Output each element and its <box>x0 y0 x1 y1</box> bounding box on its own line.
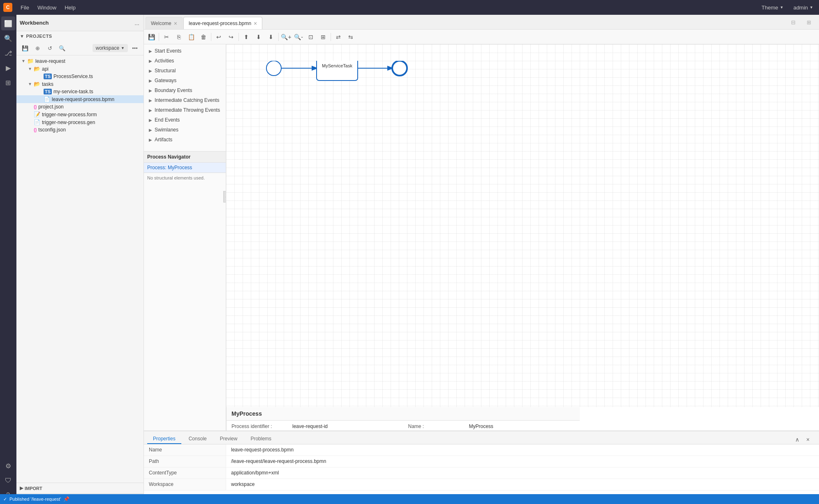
menu-bar: File Window Help <box>17 4 79 12</box>
save-tool[interactable]: 💾 <box>146 31 157 43</box>
search-project-button[interactable]: 🔍 <box>57 43 67 53</box>
palette-end-events[interactable]: ▶ End Events <box>144 115 226 125</box>
bottom-prop-path: Path /leave-request/leave-request-proces… <box>144 456 819 467</box>
cut-tool[interactable]: ✂ <box>161 31 172 43</box>
workbench-title: Workbench <box>20 20 131 26</box>
expand-arrow-icon: ▶ <box>149 69 152 73</box>
theme-button[interactable]: Theme ▼ <box>759 4 786 12</box>
workbench-header: Workbench ... <box>16 15 143 31</box>
bottom-content: Name leave-request-process.bpmn Path /le… <box>144 444 819 494</box>
connect-tool[interactable]: ⇄ <box>333 31 344 43</box>
menu-file[interactable]: File <box>17 4 32 12</box>
bottom-prop-name: Name leave-request-process.bpmn <box>144 444 819 456</box>
toggle-sidebar-button[interactable]: ⊞ <box>802 15 816 29</box>
tree-item-gen[interactable]: 📄 trigger-new-process.gen <box>16 118 143 126</box>
zoom-out-tool[interactable]: 🔍- <box>293 31 304 43</box>
icon-bar-explorer[interactable]: ⬜ <box>1 16 15 30</box>
split-editor-button[interactable]: ⊟ <box>786 15 800 29</box>
tab-properties[interactable]: Properties <box>147 434 181 444</box>
expand-arrow-icon: ▶ <box>20 486 23 491</box>
projects-toolbar: 💾 ⊕ ↺ 🔍 workspace ▼ ••• <box>16 41 143 55</box>
status-bar: ✓ Published '/leave-request' 📌 <box>0 494 819 504</box>
palette-boundary-events[interactable]: ▶ Boundary Events <box>144 85 226 95</box>
toolbar-sep-2 <box>211 33 211 41</box>
process-navigator-item[interactable]: Process: MyProcess <box>144 163 226 173</box>
published-icon: ✓ <box>3 497 7 502</box>
icon-bar-settings[interactable]: ⚙ <box>1 459 15 473</box>
bottom-prop-workspace: Workspace workspace <box>144 479 819 490</box>
zoom-fit-tool[interactable]: ⊡ <box>305 31 317 43</box>
palette-artifacts[interactable]: ▶ Artifacts <box>144 135 226 145</box>
palette-swimlanes[interactable]: ▶ Swimlanes <box>144 125 226 135</box>
tab-bar: Welcome × leave-request-process.bpmn × ⊟… <box>144 15 819 30</box>
tab-preview[interactable]: Preview <box>214 434 243 444</box>
tab-console[interactable]: Console <box>183 434 213 444</box>
tab-welcome[interactable]: Welcome × <box>146 17 183 29</box>
export-xml-tool[interactable]: ⬇ <box>253 31 264 43</box>
tree-item-leave-request[interactable]: ▼ 📁 leave-request <box>16 57 143 65</box>
palette-intermediate-catching[interactable]: ▶ Intermediate Catching Events <box>144 95 226 105</box>
admin-button[interactable]: admin ▼ <box>791 4 816 12</box>
palette-gateways[interactable]: ▶ Gateways <box>144 76 226 85</box>
palette-collapse-button[interactable]: ‹ <box>223 191 226 203</box>
icon-bar-extensions[interactable]: ⊞ <box>1 76 15 90</box>
import-section[interactable]: ▶ IMPORT <box>16 483 143 493</box>
palette-intermediate-throwing[interactable]: ▶ Intermediate Throwing Events <box>144 105 226 115</box>
tab-bpmn[interactable]: leave-request-process.bpmn × <box>183 17 262 29</box>
status-text: Published '/leave-request' <box>9 497 61 502</box>
bottom-prop-contenttype: ContentType application/bpmn+xml <box>144 467 819 479</box>
expand-arrow-icon: ▶ <box>149 138 152 142</box>
close-bpmn-tab[interactable]: × <box>254 21 257 26</box>
app-logo: C <box>3 3 12 12</box>
tree-item-tasks[interactable]: ▼ 📂 tasks <box>16 80 143 88</box>
icon-bar-debug[interactable]: ▶ <box>1 61 15 75</box>
tree-item-bpmn[interactable]: 📄 leave-request-process.bpmn <box>16 95 143 103</box>
palette-activities[interactable]: ▶ Activities <box>144 56 226 66</box>
tree-item-api[interactable]: ▼ 📂 api <box>16 65 143 73</box>
zoom-in-tool[interactable]: 🔍+ <box>280 31 292 43</box>
more-options-icon[interactable]: ... <box>134 19 140 27</box>
paste-tool[interactable]: 📋 <box>185 31 197 43</box>
icon-bar-shield[interactable]: 🛡 <box>1 474 15 488</box>
refresh-project-button[interactable]: ↺ <box>44 43 55 53</box>
icon-bar-search[interactable]: 🔍 <box>1 31 15 45</box>
zoom-window-tool[interactable]: ⊞ <box>317 31 329 43</box>
tree-item-form[interactable]: 📝 trigger-new-process.form <box>16 110 143 118</box>
top-bar: C File Window Help Theme ▼ admin ▼ <box>0 0 819 15</box>
projects-section: ▼ PROJECTS 💾 ⊕ ↺ 🔍 workspace ▼ ••• ▼ <box>16 31 143 483</box>
menu-window[interactable]: Window <box>34 4 60 12</box>
expand-arrow-icon: ▶ <box>149 78 152 83</box>
copy-tool[interactable]: ⎘ <box>173 31 185 43</box>
palette-structural[interactable]: ▶ Structural <box>144 66 226 76</box>
tab-problems[interactable]: Problems <box>245 434 277 444</box>
relayout-tool[interactable]: ⇆ <box>345 31 356 43</box>
bpmn-toolbar: 💾 ✂ ⎘ 📋 🗑 ↩ ↪ ⬆ ⬇ ⬇ 🔍+ 🔍- ⊡ ⊞ ⇄ ⇆ <box>144 30 819 44</box>
tree-item-processservice[interactable]: TS ProcessService.ts <box>16 73 143 80</box>
workspace-selector[interactable]: workspace ▼ <box>93 44 128 52</box>
import-tool[interactable]: ⬆ <box>241 31 252 43</box>
panel-collapse-button[interactable]: ∧ <box>793 435 802 444</box>
export-svg-tool[interactable]: ⬇ <box>265 31 277 43</box>
menu-help[interactable]: Help <box>61 4 79 12</box>
bpmn-diagram: MyServiceTask ⚙ <box>259 61 506 163</box>
undo-tool[interactable]: ↩ <box>213 31 224 43</box>
palette-start-events[interactable]: ▶ Start Events <box>144 46 226 56</box>
bottom-panel: Properties Console Preview Problems ∧ × … <box>144 430 819 494</box>
panel-close-button[interactable]: × <box>803 435 812 444</box>
redo-tool[interactable]: ↪ <box>225 31 237 43</box>
delete-tool[interactable]: 🗑 <box>198 31 209 43</box>
process-navigator: Process Navigator Process: MyProcess No … <box>144 151 226 183</box>
add-project-button[interactable]: ⊕ <box>32 43 43 53</box>
file-tree: ▼ 📁 leave-request ▼ 📂 api TS ProcessSer <box>16 55 143 135</box>
save-project-button[interactable]: 💾 <box>20 43 30 53</box>
canvas-main[interactable]: MyServiceTask ⚙ <box>226 44 819 407</box>
close-welcome-tab[interactable]: × <box>174 21 177 26</box>
tree-item-projectjson[interactable]: {} project.json <box>16 103 143 110</box>
more-projects-button[interactable]: ••• <box>130 43 140 53</box>
right-area: Welcome × leave-request-process.bpmn × ⊟… <box>144 15 819 504</box>
topbar-right: Theme ▼ admin ▼ <box>759 4 816 12</box>
chevron-down-icon: ▼ <box>810 5 813 9</box>
icon-bar-git[interactable]: ⎇ <box>1 46 15 60</box>
tree-item-tsconfig[interactable]: {} tsconfig.json <box>16 126 143 133</box>
tree-item-myservicetask[interactable]: TS my-service-task.ts <box>16 88 143 95</box>
